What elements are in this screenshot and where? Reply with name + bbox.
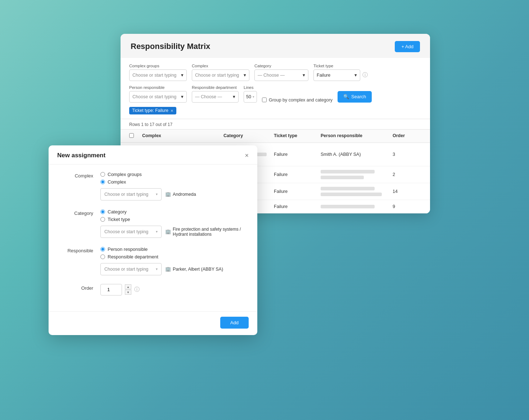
filter-row-2: Person responsible Choose or start typin…	[129, 85, 421, 103]
spinner-down-button[interactable]: ▼	[125, 290, 131, 295]
responsible-dept-label: Responsible department	[192, 85, 239, 90]
person-bar	[321, 170, 375, 173]
ticket-type-radio-item[interactable]: Ticket type	[100, 217, 249, 222]
group-by-checkbox[interactable]	[262, 98, 267, 102]
responsible-dept-filter: Responsible department — Choose — ▾	[192, 85, 239, 103]
category-radio-item[interactable]: Category	[100, 209, 249, 214]
complex-groups-radio[interactable]	[100, 172, 105, 177]
search-button[interactable]: 🔍 Search	[338, 91, 372, 103]
category-selected-icon: 🏢	[165, 229, 171, 234]
category-radio[interactable]	[100, 209, 105, 214]
responsible-dropdown-row: Choose or start typing ▾ 🏢 Parker, Alber…	[100, 263, 249, 275]
modal-responsible-content: Person responsible Responsible departmen…	[100, 247, 249, 275]
order-field-container: ▲ ▼ ⓘ	[100, 284, 249, 295]
main-panel-header: Responsibility Matrix + Add	[121, 34, 430, 58]
person-responsible-value: Choose or start typing	[132, 94, 180, 99]
complex-arrow: ▾	[244, 72, 246, 78]
modal-order-content: ▲ ▼ ⓘ	[100, 284, 249, 295]
complex-selected-value: Andromeda	[173, 192, 196, 197]
modal-add-button[interactable]: Add	[220, 317, 249, 329]
complex-dropdown[interactable]: Choose or start typing ▾	[100, 188, 162, 200]
responsible-dropdown[interactable]: Choose or start typing ▾	[100, 263, 162, 275]
complex-dropdown-placeholder: Choose or start typing	[104, 192, 154, 197]
ticket-type-arrow: ▾	[354, 72, 357, 78]
modal-header: New assignment ×	[49, 145, 257, 164]
complex-groups-radio-label: Complex groups	[108, 172, 142, 177]
modal-title: New assignment	[57, 152, 105, 159]
row-order-cell: 3	[393, 152, 421, 157]
modal-complex-content: Complex groups Complex Choose or start t…	[100, 172, 249, 200]
complex-radio-item[interactable]: Complex	[100, 179, 249, 185]
person-responsible-radio[interactable]	[100, 247, 105, 252]
select-all-checkbox[interactable]	[129, 133, 134, 138]
complex-radio-label: Complex	[108, 179, 126, 185]
lines-select[interactable]: 50 ▾	[244, 91, 257, 103]
active-tag-badge: Ticket type: Failure ×	[129, 107, 176, 114]
row-person-cell	[321, 205, 393, 208]
spinner-up-button[interactable]: ▲	[125, 284, 131, 289]
table-header: Complex Category Ticket type Person resp…	[121, 129, 430, 143]
category-value: — Choose —	[258, 73, 301, 78]
responsible-selected-value: Parker, Albert (ABBY SA)	[173, 267, 223, 272]
complex-select[interactable]: Choose or start typing ▾	[192, 69, 249, 81]
modal-close-button[interactable]: ×	[245, 152, 249, 159]
complex-groups-arrow: ▾	[181, 72, 184, 78]
lines-arrow: ▾	[253, 95, 254, 99]
modal-category-content: Category Ticket type Choose or start typ…	[100, 209, 249, 238]
category-dropdown[interactable]: Choose or start typing ▾	[100, 226, 162, 238]
category-selected-value-container: 🏢 Fire protection and safety systems / H…	[165, 227, 245, 237]
row-ticket-type-cell: Failure	[274, 204, 321, 209]
person-bar-2	[321, 176, 364, 179]
person-responsible-select[interactable]: Choose or start typing ▾	[129, 91, 187, 103]
tag-close-icon[interactable]: ×	[171, 108, 173, 113]
complex-groups-radio-item[interactable]: Complex groups	[100, 172, 249, 177]
new-assignment-modal: New assignment × Complex Complex groups …	[49, 145, 257, 335]
category-radio-label: Category	[108, 209, 127, 214]
person-bar-2	[321, 193, 382, 196]
complex-groups-select[interactable]: Choose or start typing ▾	[129, 69, 187, 81]
complex-groups-label: Complex groups	[129, 64, 187, 68]
header-category: Category	[223, 133, 274, 139]
responsible-radio-group: Person responsible Responsible departmen…	[100, 247, 249, 259]
search-label: Search	[351, 94, 366, 99]
complex-radio[interactable]	[100, 180, 105, 184]
responsible-dept-select[interactable]: — Choose — ▾	[192, 91, 239, 103]
person-responsible-filter: Person responsible Choose or start typin…	[129, 85, 187, 103]
group-by-container: Group by complex and category	[262, 98, 333, 103]
lines-label: Lines	[244, 85, 257, 90]
row-ticket-type-cell: Failure	[274, 189, 321, 194]
ticket-type-select[interactable]: Failure ▾	[313, 69, 360, 81]
responsible-dropdown-arrow: ▾	[156, 267, 158, 271]
modal-category-field: Category Category Ticket type	[57, 209, 249, 238]
add-button[interactable]: + Add	[395, 41, 420, 52]
ticket-type-label: Ticket type	[313, 64, 368, 68]
category-dropdown-row: Choose or start typing ▾ 🏢 Fire protecti…	[100, 226, 249, 238]
ticket-type-info-icon[interactable]: ⓘ	[362, 72, 368, 78]
modal-responsible-field: Responsible Person responsible Responsib…	[57, 247, 249, 275]
responsible-dept-radio-item[interactable]: Responsible department	[100, 254, 249, 259]
responsible-selected-value-container: 🏢 Parker, Albert (ABBY SA)	[165, 266, 223, 272]
person-responsible-radio-item[interactable]: Person responsible	[100, 247, 249, 252]
responsible-dept-radio[interactable]	[100, 254, 105, 259]
modal-responsible-label: Responsible	[57, 247, 93, 275]
order-input[interactable]	[100, 284, 122, 295]
category-select[interactable]: — Choose — ▾	[254, 69, 308, 81]
category-filter: Category — Choose — ▾	[254, 64, 308, 81]
rows-info: Rows 1 to 17 out of 17	[121, 119, 430, 129]
responsible-dept-arrow: ▾	[233, 94, 235, 99]
modal-footer: Add	[49, 311, 257, 335]
header-checkbox-cell	[129, 133, 142, 139]
category-dropdown-arrow: ▾	[156, 230, 158, 234]
group-by-label: Group by complex and category	[269, 98, 333, 103]
tag-text: Ticket type: Failure	[132, 108, 168, 113]
row-order-cell: 2	[393, 172, 421, 177]
responsible-selected-icon: 🏢	[165, 266, 171, 272]
ticket-type-radio[interactable]	[100, 217, 105, 222]
header-order: Order	[393, 133, 421, 139]
order-info-icon[interactable]: ⓘ	[134, 286, 140, 293]
row-ticket-type-cell: Failure	[274, 172, 321, 177]
responsible-dept-radio-label: Responsible department	[108, 254, 158, 259]
modal-order-field: Order ▲ ▼ ⓘ	[57, 284, 249, 295]
modal-complex-label: Complex	[57, 172, 93, 200]
complex-radio-group: Complex groups Complex	[100, 172, 249, 185]
